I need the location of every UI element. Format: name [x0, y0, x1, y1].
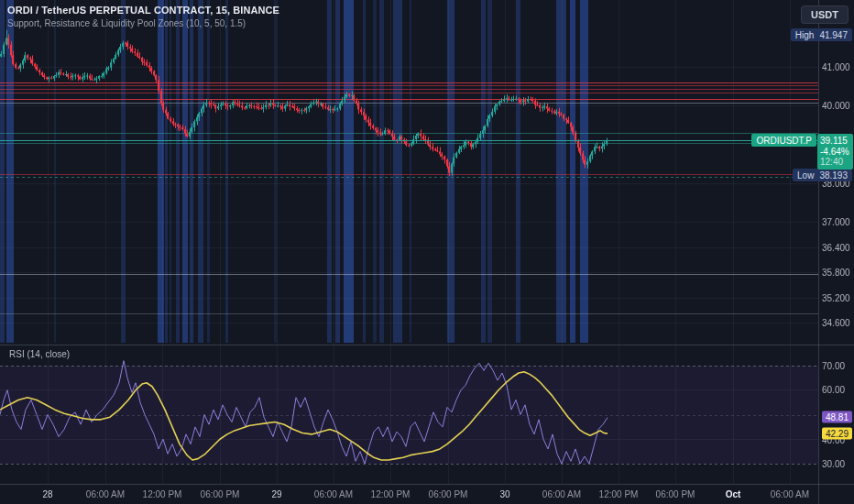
price-tick-label: 41.000	[822, 62, 850, 72]
time-tick-label: 12:00 PM	[143, 489, 182, 499]
price-change-pct: -4.64%	[820, 147, 853, 158]
time-tick-label: 30	[499, 489, 509, 499]
time-tick-label: Oct	[726, 489, 741, 499]
time-tick-label: 06:00 AM	[771, 489, 809, 499]
price-tick-label: 36.400	[822, 243, 850, 253]
price-tick-label: 35.800	[822, 268, 850, 278]
time-tick-label: 06:00 PM	[201, 489, 240, 499]
price-tick-label: 35.200	[822, 293, 850, 303]
time-tick-label: 06:00 PM	[656, 489, 695, 499]
indicator-title[interactable]: Support, Resistance & Liquidity Pool Zon…	[7, 18, 279, 28]
rsi-ma-value-tag: 42.29	[822, 428, 852, 440]
tradingview-chart-window: ORDI / TetherUS PERPETUAL CONTRACT, 15, …	[0, 0, 854, 504]
time-tick-label: 28	[42, 489, 52, 499]
time-tick-label: 12:00 PM	[371, 489, 411, 499]
time-tick-label: 06:00 AM	[542, 489, 581, 499]
symbol-title[interactable]: ORDI / TetherUS PERPETUAL CONTRACT, 15, …	[7, 5, 279, 16]
symbol-price-tag: ORDIUSDT.P	[751, 134, 816, 147]
rsi-tick-label: 60.00	[822, 385, 845, 395]
last-price-tag: 39.115 -4.64% 12:40	[817, 134, 853, 170]
price-tick-label: 37.000	[822, 217, 850, 227]
time-tick-label: 06:00 AM	[314, 489, 353, 499]
low-label: Low	[797, 170, 814, 181]
high-label: High	[795, 30, 815, 40]
chart-legend: ORDI / TetherUS PERPETUAL CONTRACT, 15, …	[7, 5, 279, 28]
last-price: 39.115	[820, 136, 853, 147]
rsi-tick-label: 30.00	[822, 459, 845, 469]
bar-countdown: 12:40	[820, 157, 853, 168]
session-high-tag: High 41.947	[791, 28, 852, 41]
price-tick-label: 40.000	[822, 101, 850, 111]
chart-canvas[interactable]	[0, 0, 854, 504]
low-value: 38.193	[819, 170, 848, 181]
time-tick-label: 06:00 AM	[86, 489, 125, 499]
session-low-tag: Low 38.193	[793, 169, 852, 181]
rsi-value-tag: 48.81	[822, 411, 852, 423]
time-tick-label: 12:00 PM	[599, 489, 639, 499]
rsi-tick-label: 70.00	[822, 361, 845, 371]
high-value: 41.947	[819, 30, 848, 40]
currency-toggle-button[interactable]: USDT	[801, 5, 849, 24]
time-tick-label: 06:00 PM	[429, 489, 468, 499]
price-tick-label: 34.600	[822, 318, 850, 328]
time-tick-label: 29	[271, 489, 281, 499]
rsi-legend[interactable]: RSI (14, close)	[9, 349, 70, 359]
time-axis[interactable]: 2806:00 AM12:00 PM06:00 PM2906:00 AM12:0…	[0, 484, 818, 504]
